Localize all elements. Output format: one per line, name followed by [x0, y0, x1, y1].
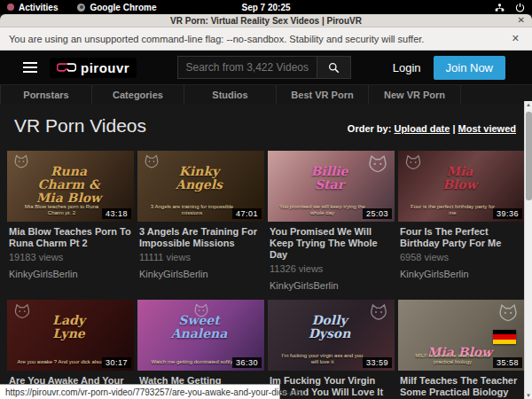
thumbnail-overlay-title: Kinky Angels	[137, 165, 261, 192]
video-card[interactable]: Mia Blow MILF teaches the teacher some p…	[398, 300, 525, 399]
video-title[interactable]: Milf Teaches The Teacher Some Practical …	[400, 375, 523, 398]
video-views: 11326 views	[270, 263, 393, 274]
status-url-bubble: https://pirouvr.com/vr-porn-video/779325…	[0, 384, 280, 399]
german-flag-icon	[493, 330, 516, 344]
order-by: Order by: Upload date | Most viewed	[348, 123, 516, 134]
nav-new-vr[interactable]: New VR Porn	[369, 85, 461, 105]
nav-categories[interactable]: Categories	[92, 85, 184, 105]
thumbnail-overlay-title: Mia Blow	[398, 165, 521, 192]
search-icon	[328, 62, 340, 74]
thumbnail-caption: I'm fucking your virgin ass and you will…	[278, 353, 366, 365]
thumbnail-overlay-title: Sweet Analena	[137, 314, 261, 340]
page-title: VR Porn Videos	[14, 115, 146, 137]
scroll-down-icon[interactable]: ▼	[525, 393, 532, 398]
video-card[interactable]: Dolly Dyson I'm fucking your virgin ass …	[268, 300, 395, 399]
studio-cat-mask-icon	[497, 302, 520, 329]
video-thumbnail[interactable]: Mia Blow MILF teaches the teacher some p…	[398, 300, 525, 371]
site-logo[interactable]: pirouvr	[50, 58, 137, 78]
video-thumbnail[interactable]: Mia Blow Four is the perfect birthday pa…	[398, 151, 525, 222]
video-thumbnail[interactable]: Lady Lyne Are you awake ? And your dick …	[7, 300, 134, 371]
system-top-bar: Sep 7 20:25 Activities Google Chrome	[0, 0, 532, 14]
search-input[interactable]	[177, 56, 317, 79]
video-thumbnail[interactable]: Dolly Dyson I'm fucking your virgin ass …	[268, 300, 395, 371]
duration-badge: 35:58	[493, 357, 522, 368]
video-views: 11111 views	[139, 252, 262, 262]
video-studio-link[interactable]: KinkyGirlsBerlin	[270, 280, 393, 291]
site-logo-text: pirouvr	[81, 60, 129, 75]
nav-best-vr[interactable]: Best VR Porn	[277, 85, 369, 105]
video-card[interactable]: Mia Blow Four is the perfect birthday pa…	[398, 151, 525, 291]
duration-badge: 25:03	[363, 208, 392, 219]
search-bar	[177, 56, 351, 79]
video-thumbnail[interactable]: Kinky Angels 3 Angels are training for i…	[137, 151, 264, 222]
order-by-label: Order by:	[348, 123, 392, 134]
window-close-icon[interactable]: ✕	[518, 15, 525, 25]
window-titlebar[interactable]: VR Porn: Virtual Reality Sex Videos | Pi…	[0, 14, 532, 27]
network-icon[interactable]	[495, 3, 505, 12]
thumbnail-caption: Watch me getting dominated softly	[147, 359, 236, 365]
video-title[interactable]: Four Is The Perfect Birthday Party For M…	[400, 226, 523, 249]
video-studio-link[interactable]: KinkyGirlsBerlin	[139, 269, 262, 279]
order-upload-date-link[interactable]: Upload date	[394, 123, 450, 134]
join-now-button[interactable]: Join Now	[434, 56, 505, 80]
order-separator: |	[452, 123, 455, 134]
duration-badge: 30:17	[102, 357, 131, 368]
thumbnail-caption: Four is the perfect birthday party for m…	[408, 204, 497, 216]
thumbnail-overlay-title: Runa Charm & Mia Blow	[7, 165, 130, 205]
video-views: 19183 views	[9, 252, 132, 262]
thumbnail-caption: Are you awake ? And your dick also ?	[17, 359, 106, 365]
chrome-warning-infobar: You are using an unsupported command-lin…	[0, 27, 532, 51]
nav-studios[interactable]: Studios	[184, 85, 277, 105]
video-title[interactable]: Mia Blow Teaches Porn To Runa Charm Pt 2	[9, 226, 132, 249]
search-button[interactable]	[317, 56, 351, 79]
thumbnail-caption: Mia Blow teaches porn to Runa Charm pt. …	[17, 204, 106, 216]
video-grid: Runa Charm & Mia Blow Mia Blow teaches p…	[7, 151, 525, 399]
chrome-icon	[77, 4, 85, 12]
web-page: pirouvr Login Join Now Pornstars Categor…	[0, 51, 532, 399]
thumbnail-caption: MILF teaches the teacher some practical …	[408, 353, 497, 365]
duration-badge: 47:01	[232, 208, 262, 219]
main-nav: Pornstars Categories Studios Best VR Por…	[0, 84, 532, 105]
video-studio-link[interactable]: KinkyGirlsBerlin	[9, 269, 132, 279]
thumbnail-overlay-title: Dolly Dyson	[268, 314, 391, 340]
duration-badge: 43:18	[102, 208, 131, 219]
video-card[interactable]: Billie Star You promised we will keep tr…	[268, 151, 395, 291]
duration-badge: 36:30	[232, 357, 262, 368]
scrollbar-thumb[interactable]	[526, 112, 532, 200]
infobar-close-icon[interactable]: ✕	[508, 33, 523, 44]
thumbnail-overlay-title: Billie Star	[268, 165, 391, 192]
login-link[interactable]: Login	[393, 61, 421, 74]
nav-pornstars[interactable]: Pornstars	[0, 85, 92, 105]
warning-message: You are using an unsupported command-lin…	[9, 34, 424, 44]
order-most-viewed-link[interactable]: Most viewed	[458, 123, 516, 134]
video-card[interactable]: Kinky Angels 3 Angels are training for i…	[137, 151, 264, 291]
thumbnail-caption: 3 Angels are training for impossible mis…	[147, 204, 236, 216]
video-title[interactable]: 3 Angels Are Training For Impossible Mis…	[139, 226, 262, 249]
power-icon[interactable]	[515, 3, 525, 12]
site-header: pirouvr Login Join Now	[0, 51, 532, 84]
video-studio-link[interactable]: KinkyGirlsBerlin	[400, 269, 523, 279]
screen: Sep 7 20:25 Activities Google Chrome VR …	[0, 0, 532, 399]
video-views: 6958 views	[400, 252, 523, 262]
duration-badge: 39:36	[493, 208, 522, 219]
video-title[interactable]: You Promised We Will Keep Trying The Who…	[270, 226, 393, 261]
video-thumbnail[interactable]: Runa Charm & Mia Blow Mia Blow teaches p…	[7, 151, 134, 222]
video-thumbnail[interactable]: Sweet Analena Watch me getting dominated…	[137, 300, 264, 371]
thumbnail-caption: You promised we will keep trying the who…	[278, 204, 366, 216]
content-area: VR Porn Videos Order by: Upload date | M…	[0, 105, 532, 399]
scrollbar[interactable]: ▲ ▼	[524, 101, 532, 399]
duration-badge: 33:59	[363, 357, 392, 368]
hamburger-menu-icon[interactable]	[23, 62, 37, 73]
video-card[interactable]: Runa Charm & Mia Blow Mia Blow teaches p…	[7, 151, 134, 291]
video-thumbnail[interactable]: Billie Star You promised we will keep tr…	[268, 151, 395, 222]
scroll-up-icon[interactable]: ▲	[525, 102, 532, 107]
vr-goggles-icon	[57, 62, 76, 73]
thumbnail-overlay-title: Lady Lyne	[7, 314, 130, 340]
window-title: VR Porn: Virtual Reality Sex Videos | Pi…	[170, 16, 362, 26]
status-url-text: https://pirouvr.com/vr-porn-video/779325…	[5, 387, 307, 397]
